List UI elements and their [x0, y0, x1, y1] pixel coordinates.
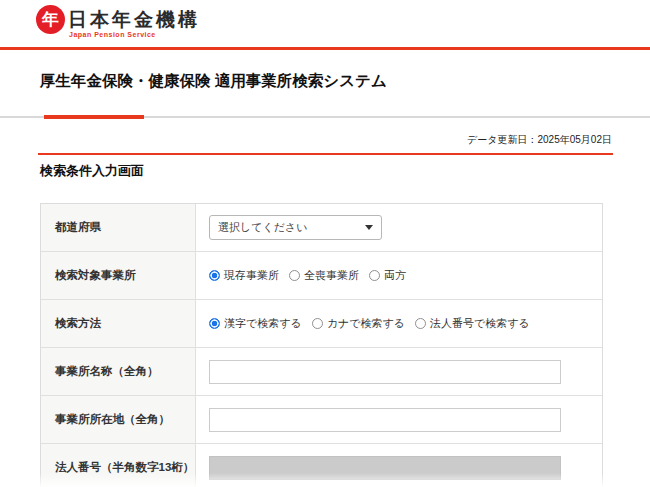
radio-option-search-kanji[interactable]: 漢字で検索する: [209, 316, 302, 331]
org-name-en: Japan Pension Service: [69, 31, 156, 38]
table-row-target-office: 検索対象事業所 現存事業所 全喪事業所 両方: [41, 252, 602, 300]
table-row-search-method: 検索方法 漢字で検索する カナで検索する 法人番号で検索する: [41, 300, 602, 348]
table-row-office-address: 事業所所在地（全角）: [41, 396, 602, 444]
office-name-input[interactable]: [209, 360, 561, 384]
prefecture-label: 都道府県: [41, 204, 196, 251]
radio-option-search-kana[interactable]: カナで検索する: [312, 316, 405, 331]
radio-option-search-corporate-number[interactable]: 法人番号で検索する: [415, 316, 530, 331]
corporate-number-label: 法人番号（半角数字13桁）: [41, 444, 196, 487]
table-row-office-name: 事業所名称（全角）: [41, 348, 602, 396]
data-updated-date: データ更新日：2025年05月02日: [467, 133, 612, 147]
jps-logo-icon[interactable]: 年: [36, 5, 65, 34]
radio-option-closed-office[interactable]: 全喪事業所: [289, 268, 359, 283]
page: 年 日本年金機構 Japan Pension Service 厚生年金保険・健康…: [0, 0, 650, 487]
title-underline-red: [44, 115, 144, 119]
section-red-rule: [38, 153, 613, 155]
search-method-label: 検索方法: [41, 300, 196, 347]
office-name-label: 事業所名称（全角）: [41, 348, 196, 395]
table-row-corporate-number: 法人番号（半角数字13桁）: [41, 444, 602, 487]
dropdown-arrow-icon: [365, 225, 373, 230]
jps-logo-mark: 年: [42, 11, 59, 28]
radio-selected-icon[interactable]: [209, 270, 220, 281]
office-address-label: 事業所所在地（全角）: [41, 396, 196, 443]
radio-unselected-icon[interactable]: [415, 318, 426, 329]
search-condition-table: 都道府県 選択してください 検索対象事業所 現存事業所 全喪事業所: [40, 203, 603, 487]
radio-option-both[interactable]: 両方: [369, 268, 406, 283]
radio-unselected-icon[interactable]: [312, 318, 323, 329]
radio-selected-icon[interactable]: [209, 318, 220, 329]
org-name[interactable]: 日本年金機構: [68, 10, 200, 29]
radio-unselected-icon[interactable]: [369, 270, 380, 281]
target-office-label: 検索対象事業所: [41, 252, 196, 299]
prefecture-select-value: 選択してください: [218, 220, 308, 235]
radio-unselected-icon[interactable]: [289, 270, 300, 281]
table-row-prefecture: 都道府県 選択してください: [41, 204, 602, 252]
corporate-number-input: [209, 456, 561, 480]
section-title: 検索条件入力画面: [40, 162, 144, 180]
radio-option-existing-office[interactable]: 現存事業所: [209, 268, 279, 283]
header-red-rule: [0, 47, 650, 50]
office-address-input[interactable]: [209, 408, 561, 432]
page-title: 厚生年金保険・健康保険 適用事業所検索システム: [40, 71, 387, 92]
prefecture-select[interactable]: 選択してください: [209, 215, 382, 240]
